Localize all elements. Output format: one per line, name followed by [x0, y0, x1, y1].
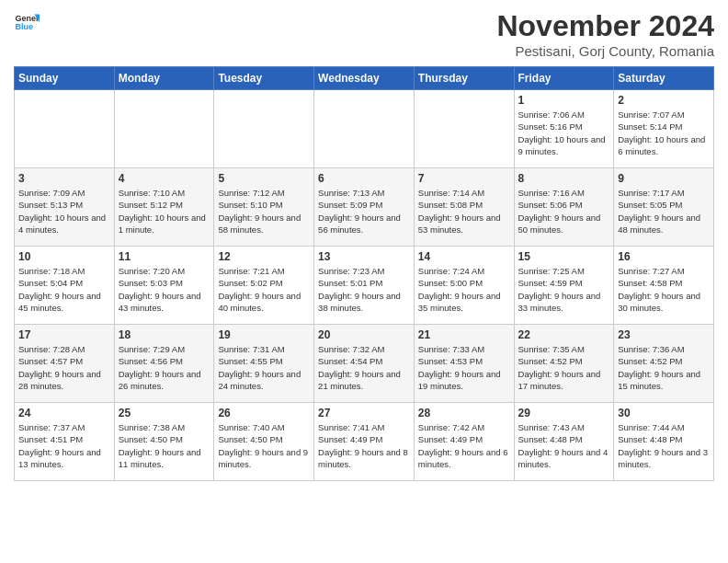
- day-info: Sunrise: 7:09 AM Sunset: 5:13 PM Dayligh…: [18, 187, 110, 236]
- day-info: Sunrise: 7:43 AM Sunset: 4:48 PM Dayligh…: [518, 421, 610, 470]
- day-number: 1: [518, 94, 610, 107]
- day-number: 19: [218, 328, 310, 341]
- day-info: Sunrise: 7:16 AM Sunset: 5:06 PM Dayligh…: [518, 187, 610, 236]
- svg-text:Blue: Blue: [15, 22, 33, 31]
- location: Pestisani, Gorj County, Romania: [496, 43, 714, 59]
- calendar-cell: 12Sunrise: 7:21 AM Sunset: 5:02 PM Dayli…: [214, 247, 314, 325]
- calendar-cell: 2Sunrise: 7:07 AM Sunset: 5:14 PM Daylig…: [614, 90, 714, 168]
- calendar-cell: [15, 90, 115, 168]
- calendar-cell: 24Sunrise: 7:37 AM Sunset: 4:51 PM Dayli…: [15, 403, 115, 481]
- day-number: 30: [618, 407, 710, 419]
- calendar-cell: 21Sunrise: 7:33 AM Sunset: 4:53 PM Dayli…: [414, 325, 514, 403]
- calendar-week: 17Sunrise: 7:28 AM Sunset: 4:57 PM Dayli…: [15, 325, 714, 403]
- calendar-cell: 20Sunrise: 7:32 AM Sunset: 4:54 PM Dayli…: [314, 325, 415, 403]
- calendar-cell: 1Sunrise: 7:06 AM Sunset: 5:16 PM Daylig…: [514, 90, 614, 168]
- calendar-cell: 9Sunrise: 7:17 AM Sunset: 5:05 PM Daylig…: [614, 168, 714, 247]
- day-info: Sunrise: 7:29 AM Sunset: 4:56 PM Dayligh…: [119, 343, 210, 392]
- day-header: Sunday: [15, 67, 115, 90]
- day-number: 28: [418, 407, 510, 419]
- calendar-cell: 22Sunrise: 7:35 AM Sunset: 4:52 PM Dayli…: [514, 325, 614, 403]
- day-info: Sunrise: 7:35 AM Sunset: 4:52 PM Dayligh…: [518, 343, 610, 392]
- day-header: Tuesday: [214, 67, 314, 90]
- calendar-cell: 18Sunrise: 7:29 AM Sunset: 4:56 PM Dayli…: [114, 325, 214, 403]
- calendar-cell: 29Sunrise: 7:43 AM Sunset: 4:48 PM Dayli…: [514, 403, 614, 481]
- day-info: Sunrise: 7:25 AM Sunset: 4:59 PM Dayligh…: [518, 265, 610, 314]
- day-number: 17: [18, 328, 110, 341]
- day-number: 5: [218, 172, 310, 185]
- calendar-cell: 5Sunrise: 7:12 AM Sunset: 5:10 PM Daylig…: [214, 168, 314, 247]
- calendar-week: 3Sunrise: 7:09 AM Sunset: 5:13 PM Daylig…: [15, 168, 714, 247]
- calendar-cell: 30Sunrise: 7:44 AM Sunset: 4:48 PM Dayli…: [614, 403, 714, 481]
- day-number: 23: [618, 328, 710, 341]
- calendar-week: 10Sunrise: 7:18 AM Sunset: 5:04 PM Dayli…: [15, 247, 714, 325]
- day-info: Sunrise: 7:38 AM Sunset: 4:50 PM Dayligh…: [119, 421, 210, 470]
- day-header: Friday: [514, 67, 614, 90]
- day-number: 18: [119, 328, 210, 341]
- calendar-cell: 28Sunrise: 7:42 AM Sunset: 4:49 PM Dayli…: [414, 403, 514, 481]
- day-info: Sunrise: 7:28 AM Sunset: 4:57 PM Dayligh…: [18, 343, 110, 392]
- day-number: 10: [18, 250, 110, 263]
- day-number: 6: [318, 172, 410, 185]
- title-section: November 2024 Pestisani, Gorj County, Ro…: [496, 9, 714, 59]
- day-number: 7: [418, 172, 510, 185]
- day-number: 16: [618, 250, 710, 263]
- day-number: 2: [618, 94, 710, 107]
- calendar-week: 24Sunrise: 7:37 AM Sunset: 4:51 PM Dayli…: [15, 403, 714, 481]
- calendar-cell: 4Sunrise: 7:10 AM Sunset: 5:12 PM Daylig…: [114, 168, 214, 247]
- day-number: 29: [518, 407, 610, 419]
- day-number: 3: [18, 172, 110, 185]
- day-info: Sunrise: 7:14 AM Sunset: 5:08 PM Dayligh…: [418, 187, 510, 236]
- day-info: Sunrise: 7:40 AM Sunset: 4:50 PM Dayligh…: [218, 421, 310, 470]
- day-number: 26: [218, 407, 310, 419]
- day-info: Sunrise: 7:36 AM Sunset: 4:52 PM Dayligh…: [618, 343, 710, 392]
- day-info: Sunrise: 7:24 AM Sunset: 5:00 PM Dayligh…: [418, 265, 510, 314]
- calendar-cell: 6Sunrise: 7:13 AM Sunset: 5:09 PM Daylig…: [314, 168, 415, 247]
- calendar-cell: 17Sunrise: 7:28 AM Sunset: 4:57 PM Dayli…: [15, 325, 115, 403]
- calendar-cell: [114, 90, 214, 168]
- calendar-cell: 16Sunrise: 7:27 AM Sunset: 4:58 PM Dayli…: [614, 247, 714, 325]
- logo: General Blue: [14, 9, 40, 35]
- day-info: Sunrise: 7:23 AM Sunset: 5:01 PM Dayligh…: [318, 265, 410, 314]
- day-info: Sunrise: 7:31 AM Sunset: 4:55 PM Dayligh…: [218, 343, 310, 392]
- calendar-cell: 15Sunrise: 7:25 AM Sunset: 4:59 PM Dayli…: [514, 247, 614, 325]
- day-number: 15: [518, 250, 610, 263]
- calendar-header: SundayMondayTuesdayWednesdayThursdayFrid…: [15, 67, 714, 90]
- calendar-week: 1Sunrise: 7:06 AM Sunset: 5:16 PM Daylig…: [15, 90, 714, 168]
- calendar-cell: [314, 90, 415, 168]
- day-info: Sunrise: 7:12 AM Sunset: 5:10 PM Dayligh…: [218, 187, 310, 236]
- calendar-table: SundayMondayTuesdayWednesdayThursdayFrid…: [14, 66, 714, 481]
- day-number: 14: [418, 250, 510, 263]
- month-title: November 2024: [496, 9, 714, 43]
- calendar-body: 1Sunrise: 7:06 AM Sunset: 5:16 PM Daylig…: [15, 90, 714, 481]
- day-info: Sunrise: 7:42 AM Sunset: 4:49 PM Dayligh…: [418, 421, 510, 470]
- calendar-cell: 13Sunrise: 7:23 AM Sunset: 5:01 PM Dayli…: [314, 247, 415, 325]
- day-info: Sunrise: 7:06 AM Sunset: 5:16 PM Dayligh…: [518, 109, 610, 157]
- day-number: 20: [318, 328, 410, 341]
- day-number: 4: [119, 172, 210, 185]
- day-number: 22: [518, 328, 610, 341]
- day-info: Sunrise: 7:07 AM Sunset: 5:14 PM Dayligh…: [618, 109, 710, 157]
- page-header: General Blue November 2024 Pestisani, Go…: [14, 9, 714, 59]
- calendar-cell: 26Sunrise: 7:40 AM Sunset: 4:50 PM Dayli…: [214, 403, 314, 481]
- calendar-cell: 11Sunrise: 7:20 AM Sunset: 5:03 PM Dayli…: [114, 247, 214, 325]
- day-info: Sunrise: 7:13 AM Sunset: 5:09 PM Dayligh…: [318, 187, 410, 236]
- day-header: Wednesday: [314, 67, 415, 90]
- day-info: Sunrise: 7:41 AM Sunset: 4:49 PM Dayligh…: [318, 421, 410, 470]
- day-info: Sunrise: 7:17 AM Sunset: 5:05 PM Dayligh…: [618, 187, 710, 236]
- calendar-cell: 10Sunrise: 7:18 AM Sunset: 5:04 PM Dayli…: [15, 247, 115, 325]
- day-number: 13: [318, 250, 410, 263]
- calendar-cell: [214, 90, 314, 168]
- day-info: Sunrise: 7:20 AM Sunset: 5:03 PM Dayligh…: [119, 265, 210, 314]
- day-info: Sunrise: 7:32 AM Sunset: 4:54 PM Dayligh…: [318, 343, 410, 392]
- day-number: 9: [618, 172, 710, 185]
- calendar-cell: 19Sunrise: 7:31 AM Sunset: 4:55 PM Dayli…: [214, 325, 314, 403]
- day-info: Sunrise: 7:21 AM Sunset: 5:02 PM Dayligh…: [218, 265, 310, 314]
- calendar-cell: 14Sunrise: 7:24 AM Sunset: 5:00 PM Dayli…: [414, 247, 514, 325]
- day-number: 25: [119, 407, 210, 419]
- day-number: 11: [119, 250, 210, 263]
- calendar-cell: 8Sunrise: 7:16 AM Sunset: 5:06 PM Daylig…: [514, 168, 614, 247]
- day-header: Thursday: [414, 67, 514, 90]
- day-info: Sunrise: 7:27 AM Sunset: 4:58 PM Dayligh…: [618, 265, 710, 314]
- day-info: Sunrise: 7:33 AM Sunset: 4:53 PM Dayligh…: [418, 343, 510, 392]
- day-info: Sunrise: 7:10 AM Sunset: 5:12 PM Dayligh…: [119, 187, 210, 236]
